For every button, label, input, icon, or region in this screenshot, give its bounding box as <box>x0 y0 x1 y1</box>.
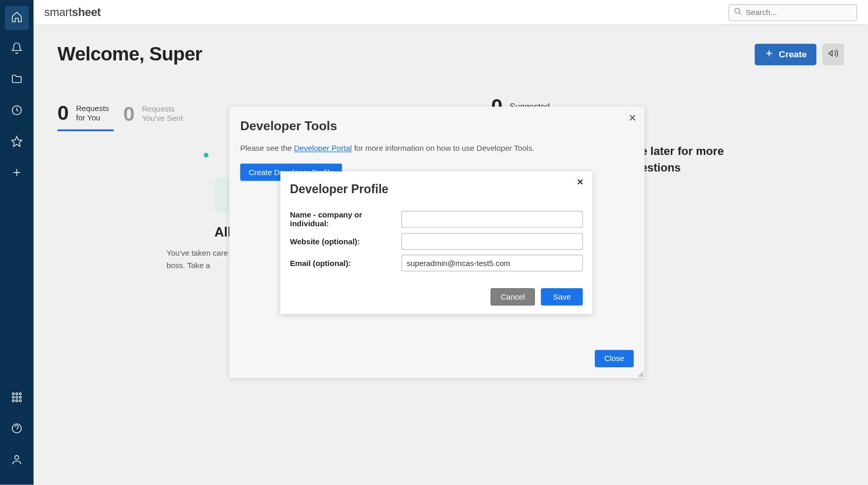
topbar: smartsheet <box>34 0 868 25</box>
email-label: Email (optional): <box>290 259 401 268</box>
folder-icon <box>11 73 23 88</box>
nav-apps[interactable] <box>5 386 28 410</box>
decoration-dot <box>203 153 208 158</box>
page-title: Welcome, Super <box>57 43 202 66</box>
svg-point-1 <box>12 393 14 395</box>
svg-point-6 <box>19 396 21 398</box>
home-icon <box>11 11 23 25</box>
nav-create[interactable] <box>5 162 28 185</box>
nav-account[interactable] <box>5 449 28 473</box>
nav-browse[interactable] <box>5 68 28 92</box>
svg-point-5 <box>16 396 18 398</box>
grid-icon <box>11 391 23 405</box>
clock-icon <box>11 104 23 119</box>
nav-home[interactable] <box>5 6 28 30</box>
modal-title: Developer Profile <box>290 182 582 196</box>
cancel-button[interactable]: Cancel <box>491 288 535 306</box>
svg-point-4 <box>12 396 14 398</box>
help-icon <box>11 423 23 437</box>
svg-point-2 <box>16 393 18 395</box>
nav-favorites[interactable] <box>5 131 28 154</box>
svg-point-8 <box>16 400 18 402</box>
all-done-heading: All <box>214 225 231 240</box>
create-button[interactable]: Create <box>755 43 816 65</box>
close-button[interactable]: Close <box>595 350 634 367</box>
website-field[interactable] <box>401 233 582 249</box>
bell-icon <box>11 42 23 56</box>
close-icon[interactable]: ✕ <box>577 177 584 187</box>
search-input[interactable] <box>746 8 851 17</box>
suggestions-text: e later for moreestions <box>641 144 723 176</box>
nav-help[interactable] <box>5 418 28 442</box>
plus-icon <box>11 166 23 181</box>
svg-point-9 <box>19 400 21 402</box>
close-icon[interactable]: ✕ <box>628 113 636 124</box>
plus-icon <box>765 49 775 60</box>
megaphone-icon <box>828 48 839 60</box>
developer-profile-modal: ✕ Developer Profile Name - company or in… <box>280 171 592 314</box>
svg-point-3 <box>19 393 21 395</box>
svg-point-7 <box>12 400 14 402</box>
modal-title: Developer Tools <box>240 119 634 133</box>
search-icon <box>734 7 742 18</box>
nav-notifications[interactable] <box>5 37 28 61</box>
star-icon <box>11 135 23 150</box>
logo: smartsheet <box>44 6 101 19</box>
name-label: Name - company or individual: <box>290 210 401 228</box>
modal-description: Please see the Developer Portal for more… <box>240 144 634 152</box>
developer-portal-link[interactable]: Developer Portal <box>294 144 352 152</box>
stat-requests-for-you[interactable]: 0 Requestsfor You <box>57 101 114 131</box>
save-button[interactable]: Save <box>541 288 583 306</box>
website-label: Website (optional): <box>290 237 401 246</box>
email-field[interactable] <box>401 255 582 271</box>
sidebar <box>0 0 34 484</box>
user-icon <box>11 453 23 468</box>
svg-point-12 <box>735 8 739 12</box>
nav-recents[interactable] <box>5 100 28 123</box>
search-box[interactable] <box>729 4 857 21</box>
resize-handle[interactable] <box>636 370 643 377</box>
announcements-button[interactable] <box>823 43 844 65</box>
svg-point-11 <box>15 456 19 460</box>
stat-requests-sent[interactable]: 0 RequestsYou've Sent <box>123 101 188 131</box>
name-field[interactable] <box>401 211 582 227</box>
